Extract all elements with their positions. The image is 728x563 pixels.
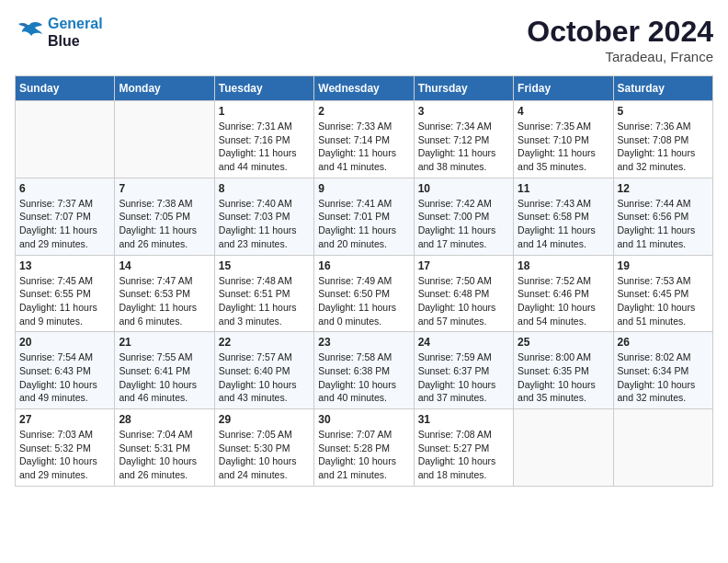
day-cell: 17Sunrise: 7:50 AM Sunset: 6:48 PM Dayli…: [414, 255, 513, 332]
day-cell: 23Sunrise: 7:58 AM Sunset: 6:38 PM Dayli…: [314, 332, 414, 409]
day-cell: 2Sunrise: 7:33 AM Sunset: 7:14 PM Daylig…: [314, 101, 414, 178]
day-cell: 25Sunrise: 8:00 AM Sunset: 6:35 PM Dayli…: [514, 332, 613, 409]
day-info: Sunrise: 7:52 AM Sunset: 6:46 PM Dayligh…: [518, 274, 609, 328]
logo-icon: [15, 19, 44, 45]
day-info: Sunrise: 7:42 AM Sunset: 7:00 PM Dayligh…: [418, 197, 509, 251]
day-cell: 6Sunrise: 7:37 AM Sunset: 7:07 PM Daylig…: [16, 178, 115, 255]
day-cell: 1Sunrise: 7:31 AM Sunset: 7:16 PM Daylig…: [214, 101, 313, 178]
day-number: 20: [19, 336, 110, 349]
day-cell: 10Sunrise: 7:42 AM Sunset: 7:00 PM Dayli…: [414, 178, 513, 255]
day-info: Sunrise: 7:38 AM Sunset: 7:05 PM Dayligh…: [119, 197, 210, 251]
day-info: Sunrise: 7:50 AM Sunset: 6:48 PM Dayligh…: [418, 274, 509, 328]
day-number: 17: [418, 259, 509, 272]
col-header-thursday: Thursday: [414, 76, 513, 101]
week-row-5: 27Sunrise: 7:03 AM Sunset: 5:32 PM Dayli…: [16, 409, 713, 487]
day-number: 21: [119, 336, 210, 349]
day-info: Sunrise: 7:05 AM Sunset: 5:30 PM Dayligh…: [219, 428, 310, 482]
location-label: Taradeau, France: [527, 49, 713, 64]
title-block: October 2024 Taradeau, France: [527, 15, 713, 64]
day-cell: 26Sunrise: 8:02 AM Sunset: 6:34 PM Dayli…: [613, 332, 712, 409]
day-number: 7: [119, 182, 210, 195]
day-cell: 13Sunrise: 7:45 AM Sunset: 6:55 PM Dayli…: [16, 255, 115, 332]
day-number: 1: [219, 105, 310, 118]
day-info: Sunrise: 8:00 AM Sunset: 6:35 PM Dayligh…: [518, 350, 609, 405]
day-info: Sunrise: 7:33 AM Sunset: 7:14 PM Dayligh…: [318, 120, 409, 174]
logo: General Blue: [15, 15, 103, 50]
page-header: General Blue October 2024 Taradeau, Fran…: [15, 15, 713, 64]
col-header-friday: Friday: [514, 76, 613, 101]
month-title: October 2024: [527, 15, 713, 49]
day-number: 16: [318, 259, 409, 272]
day-number: 19: [618, 259, 709, 272]
calendar-header-row: SundayMondayTuesdayWednesdayThursdayFrid…: [16, 76, 713, 101]
day-cell: 3Sunrise: 7:34 AM Sunset: 7:12 PM Daylig…: [414, 101, 513, 178]
day-info: Sunrise: 7:47 AM Sunset: 6:53 PM Dayligh…: [119, 274, 210, 328]
day-cell: [514, 409, 613, 487]
day-number: 9: [318, 182, 409, 195]
day-info: Sunrise: 7:07 AM Sunset: 5:28 PM Dayligh…: [318, 428, 409, 482]
day-number: 4: [518, 105, 609, 118]
day-cell: 30Sunrise: 7:07 AM Sunset: 5:28 PM Dayli…: [314, 409, 414, 487]
day-info: Sunrise: 7:08 AM Sunset: 5:27 PM Dayligh…: [418, 428, 509, 482]
day-number: 10: [418, 182, 509, 195]
day-info: Sunrise: 7:31 AM Sunset: 7:16 PM Dayligh…: [219, 120, 310, 174]
day-number: 23: [318, 336, 409, 349]
col-header-tuesday: Tuesday: [214, 76, 313, 101]
day-cell: 9Sunrise: 7:41 AM Sunset: 7:01 PM Daylig…: [314, 178, 414, 255]
day-cell: 19Sunrise: 7:53 AM Sunset: 6:45 PM Dayli…: [613, 255, 712, 332]
day-info: Sunrise: 7:58 AM Sunset: 6:38 PM Dayligh…: [318, 350, 409, 405]
day-info: Sunrise: 7:44 AM Sunset: 6:56 PM Dayligh…: [618, 197, 709, 251]
day-info: Sunrise: 7:41 AM Sunset: 7:01 PM Dayligh…: [318, 197, 409, 251]
day-info: Sunrise: 7:03 AM Sunset: 5:32 PM Dayligh…: [19, 428, 110, 482]
day-info: Sunrise: 7:53 AM Sunset: 6:45 PM Dayligh…: [618, 274, 709, 328]
day-info: Sunrise: 7:35 AM Sunset: 7:10 PM Dayligh…: [518, 120, 609, 174]
day-cell: 31Sunrise: 7:08 AM Sunset: 5:27 PM Dayli…: [414, 409, 513, 487]
day-cell: 28Sunrise: 7:04 AM Sunset: 5:31 PM Dayli…: [115, 409, 214, 487]
day-cell: [613, 409, 712, 487]
week-row-1: 1Sunrise: 7:31 AM Sunset: 7:16 PM Daylig…: [16, 101, 713, 178]
day-number: 11: [518, 182, 609, 195]
day-cell: 29Sunrise: 7:05 AM Sunset: 5:30 PM Dayli…: [214, 409, 313, 487]
day-cell: 12Sunrise: 7:44 AM Sunset: 6:56 PM Dayli…: [613, 178, 712, 255]
day-info: Sunrise: 7:43 AM Sunset: 6:58 PM Dayligh…: [518, 197, 609, 251]
day-cell: [115, 101, 214, 178]
day-cell: 20Sunrise: 7:54 AM Sunset: 6:43 PM Dayli…: [16, 332, 115, 409]
day-info: Sunrise: 7:36 AM Sunset: 7:08 PM Dayligh…: [618, 120, 709, 174]
day-number: 29: [219, 413, 310, 426]
day-number: 22: [219, 336, 310, 349]
day-cell: 27Sunrise: 7:03 AM Sunset: 5:32 PM Dayli…: [16, 409, 115, 487]
day-cell: 16Sunrise: 7:49 AM Sunset: 6:50 PM Dayli…: [314, 255, 414, 332]
day-number: 18: [518, 259, 609, 272]
day-number: 27: [19, 413, 110, 426]
col-header-monday: Monday: [115, 76, 214, 101]
col-header-wednesday: Wednesday: [314, 76, 414, 101]
day-info: Sunrise: 7:34 AM Sunset: 7:12 PM Dayligh…: [418, 120, 509, 174]
day-number: 5: [618, 105, 709, 118]
calendar-table: SundayMondayTuesdayWednesdayThursdayFrid…: [15, 75, 713, 487]
day-number: 26: [618, 336, 709, 349]
day-number: 13: [19, 259, 110, 272]
day-number: 6: [19, 182, 110, 195]
day-info: Sunrise: 7:57 AM Sunset: 6:40 PM Dayligh…: [219, 350, 310, 405]
day-number: 15: [219, 259, 310, 272]
day-cell: [16, 101, 115, 178]
week-row-3: 13Sunrise: 7:45 AM Sunset: 6:55 PM Dayli…: [16, 255, 713, 332]
day-info: Sunrise: 7:45 AM Sunset: 6:55 PM Dayligh…: [19, 274, 110, 328]
day-cell: 21Sunrise: 7:55 AM Sunset: 6:41 PM Dayli…: [115, 332, 214, 409]
day-info: Sunrise: 7:59 AM Sunset: 6:37 PM Dayligh…: [418, 350, 509, 405]
day-info: Sunrise: 7:40 AM Sunset: 7:03 PM Dayligh…: [219, 197, 310, 251]
day-cell: 24Sunrise: 7:59 AM Sunset: 6:37 PM Dayli…: [414, 332, 513, 409]
day-info: Sunrise: 7:04 AM Sunset: 5:31 PM Dayligh…: [119, 428, 210, 482]
day-info: Sunrise: 7:54 AM Sunset: 6:43 PM Dayligh…: [19, 350, 110, 405]
day-info: Sunrise: 7:55 AM Sunset: 6:41 PM Dayligh…: [119, 350, 210, 405]
day-number: 8: [219, 182, 310, 195]
day-cell: 18Sunrise: 7:52 AM Sunset: 6:46 PM Dayli…: [514, 255, 613, 332]
day-cell: 15Sunrise: 7:48 AM Sunset: 6:51 PM Dayli…: [214, 255, 313, 332]
day-cell: 8Sunrise: 7:40 AM Sunset: 7:03 PM Daylig…: [214, 178, 313, 255]
col-header-sunday: Sunday: [16, 76, 115, 101]
day-info: Sunrise: 7:49 AM Sunset: 6:50 PM Dayligh…: [318, 274, 409, 328]
day-cell: 5Sunrise: 7:36 AM Sunset: 7:08 PM Daylig…: [613, 101, 712, 178]
day-number: 2: [318, 105, 409, 118]
day-cell: 11Sunrise: 7:43 AM Sunset: 6:58 PM Dayli…: [514, 178, 613, 255]
calendar-body: 1Sunrise: 7:31 AM Sunset: 7:16 PM Daylig…: [16, 101, 713, 487]
